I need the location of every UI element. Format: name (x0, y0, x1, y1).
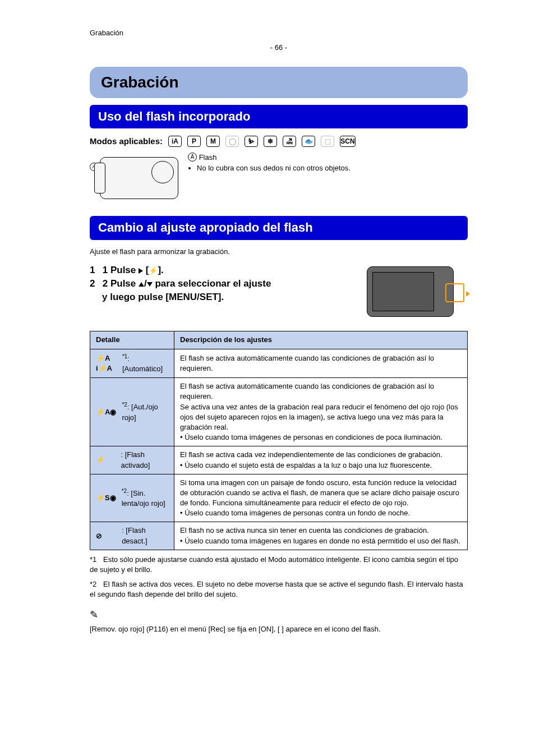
page-number: - 66 - (90, 43, 468, 53)
row0-sup: *1 (122, 353, 127, 359)
footnote-2: *2El flash se activa dos veces. El sujet… (90, 579, 468, 600)
flash-label-block: A Flash No lo cubra con sus dedos ni con… (188, 153, 350, 173)
flash-on-icon: ⚡ (96, 455, 115, 465)
section-recording: Grabación (90, 67, 468, 98)
row1-desc: El flash se activa automáticamente cuand… (174, 378, 468, 446)
down-arrow-icon (147, 282, 153, 287)
table-row: ⚡A◉ *2: [Aut./ojo rojo] El flash se acti… (90, 378, 468, 446)
row0-desc: El flash se activa automáticamente cuand… (174, 349, 468, 378)
slow-sync-redeye-icon: ⚡S◉ (96, 493, 116, 503)
flash-off-icon: ⊘ (96, 531, 116, 541)
footnote2-mark: *2 (90, 579, 103, 589)
mode-icon-dim: ◯ (225, 136, 239, 147)
pencil-icon (90, 608, 468, 622)
dpad-highlight (445, 283, 464, 302)
dpad-arrow-icon (466, 291, 470, 297)
footnote1-text: Esto sólo puede ajustarse cuando está aj… (90, 555, 458, 574)
table-row: ⚡ : [Flash activado] El flash se activa … (90, 446, 468, 474)
auto-redeye-icon: ⚡A◉ (96, 407, 116, 417)
camera-illustration-row: A A Flash No lo cubra con sus dedos ni c… (90, 153, 468, 202)
mode-icon-ia: iA (168, 136, 182, 147)
camera-front-illustration: A (90, 153, 179, 202)
using-flash-title: Uso del flash incorporado (90, 105, 468, 129)
row3-desc: Si toma una imagen con un paisaje de fon… (174, 474, 468, 522)
row2-label: : [Flash activado] (121, 450, 150, 469)
step-text: 1 1 Pulse []. 2 2 Pulse / para seleccion… (90, 264, 358, 303)
row2-desc: El flash se activa cada vez independient… (174, 446, 468, 474)
mode-icon-scn: SCN (340, 136, 356, 147)
mode-icon-uw: 🐟 (302, 136, 315, 147)
steps-row: 1 1 Pulse []. 2 2 Pulse / para seleccion… (90, 264, 468, 320)
instruction-text: Ajuste el flash para armonizar la grabac… (90, 247, 468, 257)
camera-rear-illustration (367, 264, 468, 320)
page-category: Grabación (90, 28, 468, 38)
modes-label: Modos aplicables: (90, 135, 163, 147)
footnote1-mark: *1 (90, 555, 103, 565)
step1-text-c: ]. (158, 265, 163, 275)
table-row: ⚡S◉ *2: [Sin. lenta/ojo rojo] Si toma un… (90, 474, 468, 522)
row1-sup: *2 (122, 402, 127, 408)
flash-icon (149, 265, 158, 275)
row4-desc: El flash no se activa nunca sin tener en… (174, 522, 468, 550)
step2-text-a: 2 Pulse (103, 278, 136, 289)
footnote2-text: El flash se activa dos veces. El sujeto … (90, 580, 463, 598)
footnote2b-text: [Remov. ojo rojo] (P116) en el menú [Rec… (90, 625, 381, 633)
flash-note: No lo cubra con sus dedos ni con otros o… (197, 163, 350, 173)
footnote-1: *1Esto sólo puede ajustarse cuando está … (90, 555, 468, 575)
modes-row: Modos aplicables: iA P M ◯ ⛷ ❄ 🏖 🐟 ⬚ SCN (90, 135, 468, 147)
callout-badge-a-inline: A (188, 153, 197, 162)
right-arrow-icon (139, 268, 143, 274)
row3-sup: *2 (122, 488, 127, 494)
flash-settings-table: Detalle Descripción de los ajustes ⚡Ai⚡A… (90, 331, 468, 550)
step2-text-d: y luego pulse [MENU/SET]. (102, 291, 358, 304)
row1-label: : [Aut./ojo rojo] (122, 403, 158, 422)
flash-label-text: Flash (199, 153, 217, 162)
row0-label: : [Automático] (122, 354, 163, 373)
row3-label: : [Sin. lenta/ojo rojo] (122, 489, 165, 508)
mode-icon-p: P (187, 136, 201, 147)
table-col1: Detalle (90, 331, 174, 349)
auto-flash-icon: ⚡Ai⚡A (96, 353, 117, 374)
switching-title: Cambio al ajuste apropiado del flash (90, 216, 468, 240)
mode-icon-pano: ⬚ (321, 136, 334, 147)
note-block: [Remov. ojo rojo] (P116) en el menú [Rec… (90, 608, 468, 634)
table-col2: Descripción de los ajustes (174, 331, 468, 349)
mode-icon-sport: ⛷ (245, 136, 258, 147)
row4-label: : [Flash desact.] (122, 526, 147, 545)
mode-icon-snow: ❄ (264, 136, 277, 147)
mode-icon-m: M (206, 136, 220, 147)
step1-text-a: 1 Pulse (103, 265, 136, 275)
table-row: ⚡Ai⚡A *1: [Automático] El flash se activ… (90, 349, 468, 378)
mode-icon-beach: 🏖 (283, 136, 296, 147)
up-arrow-icon (139, 282, 144, 287)
step2-text-c: para seleccionar el ajuste (155, 278, 271, 289)
table-row: ⊘ : [Flash desact.] El flash no se activ… (90, 522, 468, 550)
